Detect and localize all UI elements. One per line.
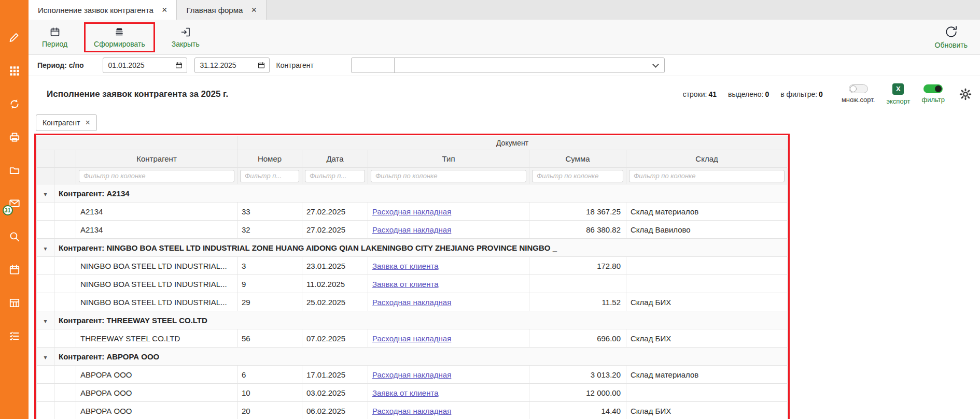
doc-type-link[interactable]: Расходная накладная (372, 225, 451, 234)
doc-type-link[interactable]: Расходная накладная (372, 207, 451, 216)
cell-warehouse: Склад БИХ (626, 293, 788, 311)
apps-grid-icon[interactable] (8, 64, 21, 78)
cell-date: 06.02.2025 (302, 402, 368, 419)
cell-counterparty: NINGBO BOA STEEL LTD INDUSTRIAL... (76, 257, 237, 275)
group-row: ▾Контрагент: THREEWAY STEEL CO.LTD (37, 311, 788, 329)
doc-type-link[interactable]: Заявка от клиента (372, 388, 438, 397)
refresh-button-label: Обновить (935, 41, 968, 49)
calendar-picker-icon[interactable] (257, 61, 265, 69)
filter-input-number[interactable] (240, 170, 299, 182)
counterparty-select[interactable] (394, 57, 665, 73)
column-header-warehouse[interactable]: Склад (626, 150, 788, 168)
column-header-sum[interactable]: Сумма (529, 150, 626, 168)
cell-warehouse: Склад БИХ (626, 329, 788, 348)
app-window: 31 Исполнение заявок контрагента × Глав (0, 0, 980, 419)
refresh-button[interactable]: Обновить (932, 24, 971, 50)
filter-cell-empty (37, 168, 54, 184)
filter-chip-counterparty[interactable]: Контрагент × (36, 114, 97, 131)
calendar-picker-icon[interactable] (175, 61, 183, 69)
group-title: Контрагент: АВРОРА ООО (54, 348, 788, 366)
tab-request-execution[interactable]: Исполнение заявок контрагента × (29, 0, 177, 20)
cell-counterparty: А2134 (76, 221, 237, 239)
group-title: Контрагент: NINGBO BOA STEEL LTD INDUSTR… (54, 239, 788, 257)
group-row: ▾Контрагент: АВРОРА ООО (37, 348, 788, 366)
table-row[interactable]: АВРОРА ООО2006.02.2025Расходная накладна… (37, 402, 788, 419)
calendar-icon[interactable] (8, 263, 21, 277)
chip-label: Контрагент (43, 119, 80, 127)
cell-date: 03.02.2025 (302, 384, 368, 402)
doc-type-link[interactable]: Заявка от клиента (372, 262, 438, 270)
doc-type-link[interactable]: Расходная накладная (372, 407, 451, 415)
filter-input-type[interactable] (371, 170, 526, 182)
rows-count: строки:41 (683, 90, 717, 98)
doc-type-link[interactable]: Расходная накладная (372, 298, 451, 307)
edit-icon[interactable] (8, 31, 21, 45)
collapse-group-icon[interactable]: ▾ (44, 245, 47, 252)
filter-bar: Период: с/по 01.01.2025 31.12.2025 Контр… (29, 55, 980, 76)
filter-input-sum[interactable] (532, 170, 623, 182)
counterparty-code-input[interactable] (351, 57, 395, 73)
table-row[interactable]: А21343227.02.2025Расходная накладная86 3… (37, 221, 788, 239)
date-from-input[interactable]: 01.01.2025 (103, 57, 187, 73)
column-header-select (54, 150, 76, 168)
search-icon[interactable] (8, 230, 21, 243)
column-header-counterparty[interactable]: Контрагент (76, 150, 237, 168)
chip-close-icon[interactable]: × (85, 119, 90, 127)
table-row[interactable]: NINGBO BOA STEEL LTD INDUSTRIAL...2925.0… (37, 293, 788, 311)
table-row[interactable]: АВРОРА ООО617.01.2025Расходная накладная… (37, 366, 788, 384)
row-select-cell (54, 275, 76, 293)
multisort-toggle[interactable] (849, 84, 868, 93)
table-row[interactable]: АВРОРА ООО1003.02.2025Заявка от клиента1… (37, 384, 788, 402)
spreadsheet-icon[interactable] (8, 296, 21, 310)
folder-icon[interactable] (8, 164, 21, 177)
cell-sum (529, 275, 626, 293)
generate-button[interactable]: Сформировать (91, 25, 148, 49)
export-group: X экспорт (886, 83, 910, 105)
doc-type-link[interactable]: Заявка от клиента (372, 280, 438, 288)
column-header-expander (37, 150, 54, 168)
period-button[interactable]: Период (39, 25, 71, 49)
cell-number: 3 (237, 257, 302, 275)
settings-gear-icon[interactable] (959, 88, 972, 100)
filter-input-counterparty[interactable] (79, 170, 234, 182)
tab-close-icon[interactable]: × (162, 5, 167, 15)
table-row[interactable]: А21343327.02.2025Расходная накладная18 3… (37, 203, 788, 221)
chip-band: Контрагент × (29, 112, 980, 134)
column-header-date[interactable]: Дата (302, 150, 368, 168)
tasks-icon[interactable] (8, 329, 21, 343)
cell-date: 27.02.2025 (302, 203, 368, 221)
cell-counterparty: THREEWAY STEEL CO.LTD (76, 329, 237, 348)
column-header-type[interactable]: Тип (368, 150, 529, 168)
collapse-group-icon[interactable]: ▾ (44, 354, 47, 361)
excel-export-icon[interactable]: X (892, 83, 904, 95)
tab-label: Исполнение заявок контрагента (38, 6, 153, 15)
table-row[interactable]: THREEWAY STEEL CO.LTD5607.02.2025Расходн… (37, 329, 788, 348)
group-title: Контрагент: А2134 (54, 184, 788, 203)
doc-type-link[interactable]: Расходная накладная (372, 334, 451, 343)
column-header-number[interactable]: Номер (237, 150, 302, 168)
mail-icon[interactable]: 31 (8, 197, 21, 210)
period-range-label: Период: с/по (37, 61, 84, 69)
doc-type-link[interactable]: Расходная накладная (372, 370, 451, 379)
print-icon[interactable] (8, 131, 21, 144)
row-select-cell (54, 293, 76, 311)
cell-doc-type: Расходная накладная (368, 203, 529, 221)
filter-input-warehouse[interactable] (629, 170, 785, 182)
table-row[interactable]: NINGBO BOA STEEL LTD INDUSTRIAL...323.01… (37, 257, 788, 275)
close-button[interactable]: Закрыть (169, 25, 203, 49)
collapse-group-icon[interactable]: ▾ (44, 191, 47, 198)
tab-main-form[interactable]: Главная форма × (177, 0, 266, 20)
table-row[interactable]: NINGBO BOA STEEL LTD INDUSTRIAL...911.02… (37, 275, 788, 293)
collapse-group-icon[interactable]: ▾ (44, 317, 47, 325)
cell-counterparty: АВРОРА ООО (76, 402, 237, 419)
date-to-input[interactable]: 31.12.2025 (194, 57, 270, 73)
sidebar: 31 (0, 0, 29, 419)
annotation-rect-table: Документ Контрагент Номер Дата Тип Сумма… (34, 134, 790, 419)
sync-icon[interactable] (8, 97, 21, 111)
generate-button-label: Сформировать (94, 40, 145, 48)
tab-close-icon[interactable]: × (251, 5, 257, 15)
filter-input-date[interactable] (305, 170, 365, 182)
filter-toggle[interactable] (923, 84, 943, 93)
cell-doc-type: Расходная накладная (368, 366, 529, 384)
cell-date: 07.02.2025 (302, 329, 368, 348)
